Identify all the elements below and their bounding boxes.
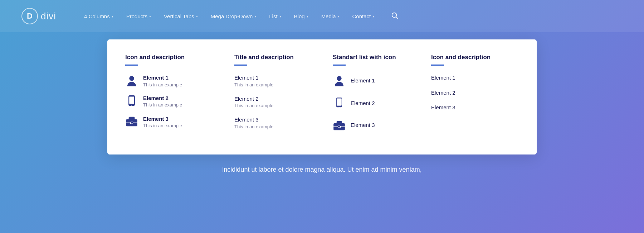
mega-menu-panel: Icon and description Element 1 This in a… [107,39,537,154]
item-title: Element 2 [234,95,311,103]
phone-icon [333,96,346,110]
person-icon [333,74,346,87]
list-item[interactable]: Element 2 [333,96,409,110]
svg-rect-5 [129,96,134,104]
svg-rect-14 [337,98,342,105]
column-3-title: Standart list with icon [333,54,409,61]
nav-item-media[interactable]: Media ▾ [315,10,346,22]
nav-item-4columns[interactable]: 4 Columns ▾ [78,10,120,22]
svg-point-0 [392,13,397,17]
menu-column-4: Icon and description Element 1 Element 2… [420,54,519,140]
svg-rect-9 [129,117,135,119]
chevron-down-icon: ▾ [337,14,339,18]
menu-column-1: Icon and description Element 1 This in a… [125,54,224,140]
search-icon[interactable] [388,9,401,24]
footer-text: incididunt ut labore et dolore magna ali… [0,162,644,178]
svg-point-15 [338,107,340,108]
column-1-title: Icon and description [125,54,213,61]
nav-item-vertical-tabs[interactable]: Vertical Tabs ▾ [157,10,204,22]
menu-column-3: Standart list with icon Element 1 [322,54,420,140]
chevron-down-icon: ▾ [112,14,113,18]
item-title: Element 1 [431,74,519,81]
nav-label-blog: Blog [294,13,305,19]
svg-point-12 [337,76,341,81]
chevron-down-icon: ▾ [149,14,151,18]
list-item[interactable]: Element 1 [333,74,409,87]
item-title: Element 1 [143,74,182,81]
list-item[interactable]: Element 3 This in an example [125,115,213,129]
column-2-underline [234,65,247,66]
svg-point-2 [129,76,134,81]
item-title: Element 2 [351,100,375,107]
item-title: Element 3 [234,116,311,123]
item-title: Element 2 [143,95,182,102]
item-desc: This in an example [143,82,182,87]
navbar: D divi 4 Columns ▾ Products ▾ Vertical T… [0,0,644,32]
list-item[interactable]: Element 3 [333,119,409,131]
nav-label-media: Media [321,13,336,19]
svg-rect-17 [337,121,342,124]
svg-line-1 [396,17,398,19]
list-item[interactable]: Element 3 [431,104,519,111]
column-4-title: Icon and description [431,54,519,61]
mega-menu-wrapper: Icon and description Element 1 This in a… [0,32,644,162]
item-desc: This in an example [143,123,182,128]
chevron-down-icon: ▾ [196,14,198,18]
list-item[interactable]: Element 1 This in an example [125,74,213,87]
nav-links: 4 Columns ▾ Products ▾ Vertical Tabs ▾ M… [78,9,623,24]
nav-label-mega-dropdown: Mega Drop-Down [211,13,253,19]
nav-label-contact: Contact [352,13,371,19]
svg-rect-11 [130,122,133,124]
chevron-down-icon: ▾ [279,14,281,18]
list-item[interactable]: Element 1 [431,74,519,81]
item-title: Element 3 [143,115,182,123]
item-desc: This in an example [234,124,311,129]
chevron-down-icon: ▾ [307,14,308,18]
column-4-underline [431,65,444,66]
chevron-down-icon: ▾ [254,14,256,18]
column-1-underline [125,65,138,66]
nav-label-vertical-tabs: Vertical Tabs [164,13,194,19]
nav-label-list: List [269,13,277,19]
logo-circle: D [21,8,38,24]
svg-rect-19 [338,126,340,128]
briefcase-icon [333,119,346,131]
nav-label-products: Products [126,13,147,19]
nav-item-contact[interactable]: Contact ▾ [346,10,381,22]
phone-icon [125,95,138,108]
nav-item-blog[interactable]: Blog ▾ [288,10,315,22]
logo-letter: D [27,11,33,21]
column-2-title: Title and description [234,54,311,61]
list-item[interactable]: Element 2 [431,89,519,96]
item-title: Element 1 [351,77,375,84]
chevron-down-icon: ▾ [372,14,374,18]
column-3-underline [333,65,346,66]
nav-label-4columns: 4 Columns [84,13,110,19]
item-desc: This in an example [234,82,311,87]
item-title: Element 2 [431,89,519,96]
list-item[interactable]: Element 2 This in an example [125,95,213,108]
item-desc: This in an example [143,102,182,108]
list-item[interactable]: Element 3 This in an example [234,116,311,129]
item-title: Element 3 [431,104,519,111]
item-desc: This in an example [234,103,311,108]
logo[interactable]: D divi [21,8,56,24]
menu-column-2: Title and description Element 1 This in … [224,54,322,140]
logo-name: divi [41,11,56,22]
nav-item-list[interactable]: List ▾ [263,10,287,22]
nav-item-mega-dropdown[interactable]: Mega Drop-Down ▾ [204,10,263,22]
briefcase-icon [125,115,138,127]
nav-item-products[interactable]: Products ▾ [120,10,157,22]
svg-point-6 [131,105,132,106]
item-title: Element 3 [351,122,375,129]
list-item[interactable]: Element 1 This in an example [234,74,311,87]
person-icon [125,74,138,87]
item-title: Element 1 [234,74,311,81]
list-item[interactable]: Element 2 This in an example [234,95,311,109]
